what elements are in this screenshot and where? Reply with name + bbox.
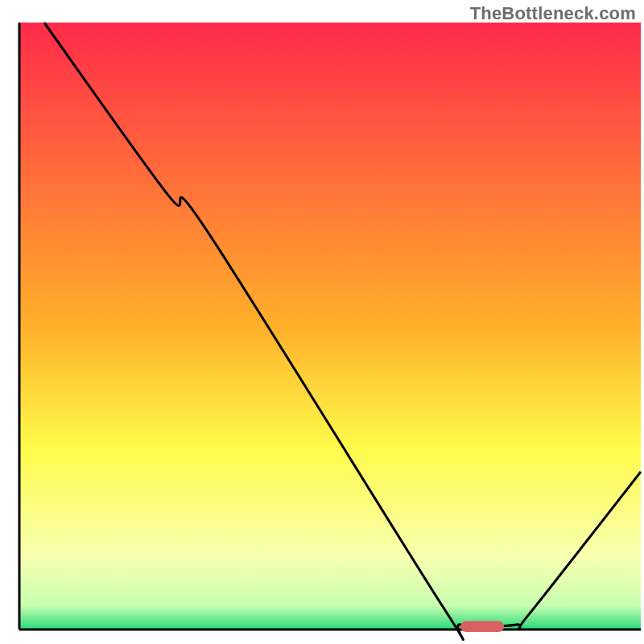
chart-plot-area	[0, 0, 644, 644]
optimal-marker	[460, 621, 504, 632]
chart-gradient-background	[19, 23, 641, 630]
watermark-text: TheBottleneck.com	[470, 3, 636, 24]
chart-svg	[0, 0, 644, 644]
chart-container: TheBottleneck.com	[0, 0, 644, 644]
